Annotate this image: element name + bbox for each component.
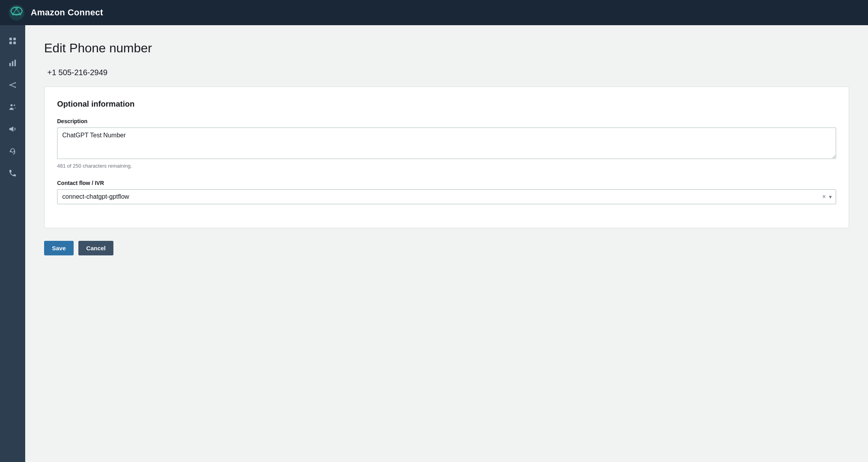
sidebar-item-analytics[interactable]: [3, 54, 22, 72]
optional-section-title: Optional information: [57, 100, 836, 109]
sidebar: [0, 25, 25, 462]
megaphone-icon: [8, 125, 17, 133]
sidebar-item-agent[interactable]: [3, 142, 22, 161]
contact-flow-label: Contact flow / IVR: [57, 180, 836, 186]
svg-point-23: [11, 149, 14, 152]
select-controls: × ▾: [822, 193, 832, 200]
phone-icon: [8, 169, 17, 177]
save-button[interactable]: Save: [44, 241, 74, 255]
grid-icon: [8, 37, 17, 45]
svg-point-16: [15, 82, 16, 84]
description-field-group: Description ChatGPT Test Number 481 of 2…: [57, 118, 836, 169]
phone-number-display: +1 505-216-2949: [44, 68, 849, 77]
svg-rect-13: [12, 61, 13, 66]
chevron-down-icon[interactable]: ▾: [829, 194, 832, 200]
sidebar-item-campaigns[interactable]: [3, 120, 22, 139]
description-textarea[interactable]: ChatGPT Test Number: [57, 128, 836, 159]
svg-point-21: [14, 105, 15, 106]
svg-line-18: [11, 83, 14, 85]
flow-icon: [8, 81, 17, 89]
description-label: Description: [57, 118, 836, 124]
contact-flow-select[interactable]: connect-chatgpt-gptflow × ▾: [57, 189, 836, 204]
svg-rect-12: [9, 63, 11, 66]
svg-line-19: [11, 85, 14, 87]
cancel-button[interactable]: Cancel: [78, 241, 113, 255]
main-content: Edit Phone number +1 505-216-2949 Option…: [25, 25, 868, 462]
select-clear-icon[interactable]: ×: [822, 193, 826, 200]
sidebar-item-routing[interactable]: [3, 76, 22, 94]
svg-point-15: [9, 84, 11, 86]
sidebar-item-users[interactable]: [3, 98, 22, 116]
optional-info-card: Optional information Description ChatGPT…: [44, 87, 849, 228]
main-layout: Edit Phone number +1 505-216-2949 Option…: [0, 25, 868, 462]
svg-point-17: [15, 87, 16, 88]
contact-flow-field-group: Contact flow / IVR connect-chatgpt-gptfl…: [57, 180, 836, 204]
svg-rect-10: [9, 42, 12, 44]
app-header: Amazon Connect: [0, 0, 868, 25]
sidebar-item-phone[interactable]: [3, 164, 22, 183]
svg-marker-22: [9, 127, 13, 132]
char-count: 481 of 250 characters remaining.: [57, 163, 836, 169]
app-title: Amazon Connect: [31, 7, 103, 18]
contact-flow-value: connect-chatgpt-gptflow: [62, 193, 129, 200]
svg-rect-8: [9, 38, 12, 40]
sidebar-item-dashboard[interactable]: [3, 31, 22, 50]
chart-icon: [8, 59, 17, 67]
headset-icon: [8, 147, 17, 155]
svg-rect-14: [15, 60, 16, 67]
users-icon: [8, 103, 17, 111]
svg-rect-11: [13, 42, 16, 44]
svg-point-20: [11, 104, 13, 107]
page-title: Edit Phone number: [44, 41, 849, 55]
app-logo-icon: [8, 4, 25, 21]
svg-rect-9: [13, 38, 16, 40]
action-buttons: Save Cancel: [44, 241, 849, 255]
